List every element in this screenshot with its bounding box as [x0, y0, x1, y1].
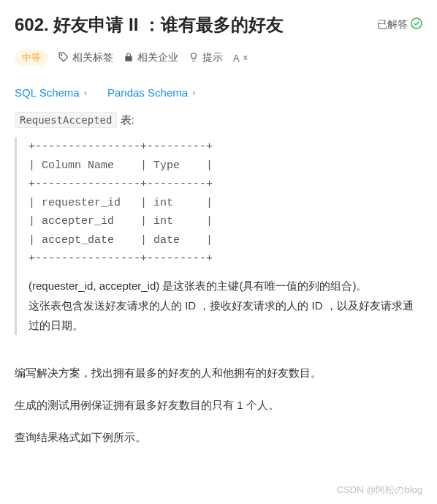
table-name-line: RequestAccepted 表:: [15, 113, 422, 127]
watermark: CSDN @阿松のblog: [337, 484, 422, 497]
table-block: +----------------+---------+ | Column Na…: [15, 138, 422, 335]
related-tags-button[interactable]: 相关标签: [58, 51, 113, 64]
solved-status: 已解答: [377, 18, 422, 32]
tag-icon: [58, 52, 69, 64]
page-title: 602. 好友申请 II ：谁有最多的好友: [15, 13, 284, 37]
lightbulb-icon: [189, 52, 199, 64]
hint-label: 提示: [202, 51, 223, 64]
lock-icon: [123, 52, 134, 64]
pandas-schema-label: Pandas Schema: [107, 86, 188, 99]
fontsize-button[interactable]: AX: [233, 53, 248, 64]
related-companies-button[interactable]: 相关企业: [123, 51, 178, 64]
difficulty-badge: 中等: [15, 50, 48, 66]
solved-label: 已解答: [377, 18, 408, 31]
hint-button[interactable]: 提示: [189, 51, 223, 64]
chevron-right-icon: ›: [84, 87, 87, 98]
table-diagram: +----------------+---------+ | Column Na…: [28, 138, 422, 268]
sql-schema-label: SQL Schema: [15, 86, 80, 99]
table-desc-2: 这张表包含发送好友请求的人的 ID ，接收好友请求的人的 ID ，以及好友请求通…: [28, 296, 422, 335]
table-suffix: 表:: [117, 113, 134, 126]
related-companies-label: 相关企业: [137, 51, 178, 64]
chevron-right-icon: ›: [192, 87, 195, 98]
table-desc-1: (requester_id, accepter_id) 是这张表的主键(具有唯一…: [28, 276, 422, 296]
check-icon: [411, 18, 422, 32]
pandas-schema-link[interactable]: Pandas Schema ›: [107, 86, 195, 99]
svg-point-1: [61, 54, 62, 55]
related-tags-label: 相关标签: [72, 51, 113, 64]
sql-schema-link[interactable]: SQL Schema ›: [15, 86, 87, 99]
body-paragraph-2: 生成的测试用例保证拥有最多好友数目的只有 1 个人。: [15, 396, 422, 414]
body-paragraph-1: 编写解决方案，找出拥有最多的好友的人和他拥有的好友数目。: [15, 364, 422, 382]
schema-row: SQL Schema › Pandas Schema ›: [15, 86, 422, 99]
tags-row: 中等 相关标签 相关企业 提示 AX: [15, 50, 422, 66]
table-name-code: RequestAccepted: [15, 112, 117, 128]
body-paragraph-3: 查询结果格式如下例所示。: [15, 429, 422, 446]
